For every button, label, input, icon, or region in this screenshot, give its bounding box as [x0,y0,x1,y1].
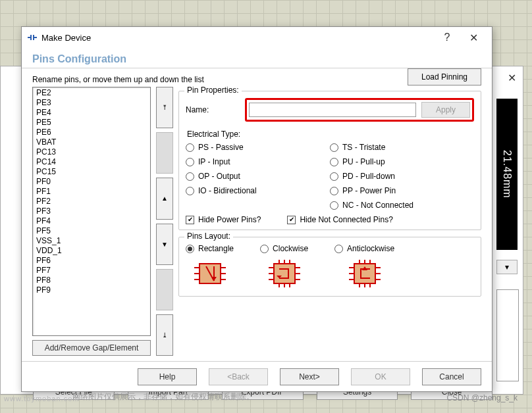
pin-list-item[interactable]: VBAT [34,137,149,147]
chip-rectangle-icon [192,258,228,291]
dropdown-indicator[interactable]: ▾ [496,260,518,274]
pin-list-item[interactable]: PF7 [34,266,149,276]
radio-icon [330,143,338,152]
electrical-type-radio[interactable]: PU - Pull-up [330,157,474,166]
radio-icon [186,143,194,152]
pin-list-item[interactable]: PE3 [34,98,149,108]
radio-label: TS - Tristate [342,143,385,152]
pin-list-item[interactable]: PC14 [34,157,149,167]
move-up-button[interactable]: ▲ [156,178,173,219]
radio-icon [260,245,269,253]
radio-icon [330,172,338,181]
load-pinning-button[interactable]: Load Pinning [408,68,481,85]
hide-power-pins-checkbox[interactable]: ✔ Hide Power Pins? [186,215,261,224]
pin-list-item[interactable]: PF5 [34,226,149,236]
side-list-placeholder [496,289,519,381]
pin-list-item[interactable]: PE4 [34,108,149,118]
move-top-button[interactable]: ⤒ [156,87,173,128]
hide-nc-pins-checkbox[interactable]: ✔ Hide Not Connected Pins? [287,215,392,224]
dialog-footer: Help <Back Next> OK Cancel [22,361,492,391]
pin-list-item[interactable]: PE5 [34,118,149,128]
close-icon[interactable]: ✕ [460,32,487,44]
pin-list-item[interactable]: PF8 [34,276,149,285]
radio-icon [186,187,194,195]
electrical-type-radio[interactable]: NC - Not Connected [330,201,474,210]
electrical-type-radio[interactable]: PP - Power Pin [330,186,474,195]
radio-icon [330,201,338,210]
pin-properties-group: Pin Properties: Name: Apply Electrical T… [178,91,481,230]
pin-list-item[interactable]: PC13 [34,147,149,157]
pin-list-item[interactable]: VSS_1 [34,236,149,246]
svg-rect-12 [274,264,295,283]
make-device-dialog: Make Device ? ✕ Pins Configuration Renam… [21,26,492,392]
radio-label: NC - Not Connected [342,201,413,210]
layout-option-clockwise[interactable]: Clockwise [260,244,308,291]
chevron-down-icon: ▾ [505,262,509,272]
electrical-type-radio[interactable]: IP - Input [186,157,330,166]
close-icon[interactable]: ✕ [508,72,516,84]
radio-icon [334,245,343,253]
move-down-button[interactable]: ▼ [156,224,173,265]
electrical-type-radio[interactable]: PS - Passive [186,143,330,152]
radio-icon [186,158,194,166]
layout-option-anticlockwise[interactable]: Anticlockwise [334,244,394,291]
move-bottom-button[interactable]: ⤓ [156,314,173,356]
electrical-type-radio[interactable]: IO - Bidirectional [186,186,330,195]
radio-label: IP - Input [198,157,230,166]
page-subtitle: Pins Configuration [22,48,492,68]
help-button[interactable]: Help [138,368,197,385]
pin-list-item[interactable]: PF9 [34,285,149,295]
app-icon [27,32,38,43]
chip-anticlockwise-icon [346,258,383,291]
radio-icon [330,187,338,195]
electrical-type-radio[interactable]: OP - Output [186,172,330,181]
next-button[interactable]: Next> [280,368,339,385]
name-label: Name: [186,105,238,114]
pin-list-item[interactable]: VDD_1 [34,246,149,256]
radio-label: PU - Pull-up [342,157,385,166]
radio-icon [186,245,194,253]
pin-properties-legend: Pin Properties: [184,85,242,95]
reorder-spacer [156,132,173,174]
pin-list-item[interactable]: PF2 [34,197,149,206]
ok-button: OK [351,368,410,385]
checkbox-icon: ✔ [287,216,296,224]
add-remove-gap-button[interactable]: Add/Remove Gap/Element [32,340,151,356]
dialog-title: Make Device [41,33,91,43]
electrical-type-radio[interactable]: PD - Pull-down [330,172,474,181]
chip-clockwise-icon [266,258,303,291]
layout-option-label: Anticlockwise [347,244,394,253]
back-button: <Back [209,368,268,385]
layout-option-rectangle[interactable]: Rectangle [186,244,234,291]
radio-icon [330,158,338,166]
reorder-buttons: ⤒ ▲ ▼ ⤓ [156,87,173,356]
layout-option-label: Rectangle [198,244,234,253]
checkbox-icon: ✔ [186,216,194,224]
titlebar: Make Device ? ✕ [22,27,492,48]
pin-list-item[interactable]: PF4 [34,216,149,226]
help-icon[interactable]: ? [434,32,460,43]
pin-list-item[interactable]: PF0 [34,177,149,187]
electrical-type-label: Electrical Type: [187,130,474,139]
radio-label: IO - Bidirectional [198,186,257,195]
pin-list-item[interactable]: PE6 [34,128,149,137]
watermark-text: 网络图片仅供展示，非存储，如有侵权请联系删除。 [72,391,254,402]
checkbox-label: Hide Power Pins? [198,215,261,224]
cancel-button[interactable]: Cancel [422,368,481,385]
radio-label: PP - Power Pin [342,186,396,195]
watermark-site: www.toymoban.com [4,395,79,402]
measurement-value: 21.48mm [501,150,513,199]
reorder-spacer [156,269,173,310]
electrical-type-radio[interactable]: TS - Tristate [330,143,474,152]
pin-list-item[interactable]: PF6 [34,256,149,266]
radio-icon [186,172,194,181]
pin-list-item[interactable]: PC15 [34,167,149,177]
pin-list-item[interactable]: PF1 [34,187,149,197]
pins-layout-legend: Pins Layout: [184,231,233,241]
pin-list-item[interactable]: PE2 [34,88,149,98]
name-highlight: Apply [245,98,474,122]
apply-button[interactable]: Apply [421,102,470,118]
pin-list-item[interactable]: PF3 [34,206,149,216]
pin-name-input[interactable] [249,103,416,117]
pin-listbox[interactable]: PE2PE3PE4PE5PE6VBATPC13PC14PC15PF0PF1PF2… [32,87,151,336]
